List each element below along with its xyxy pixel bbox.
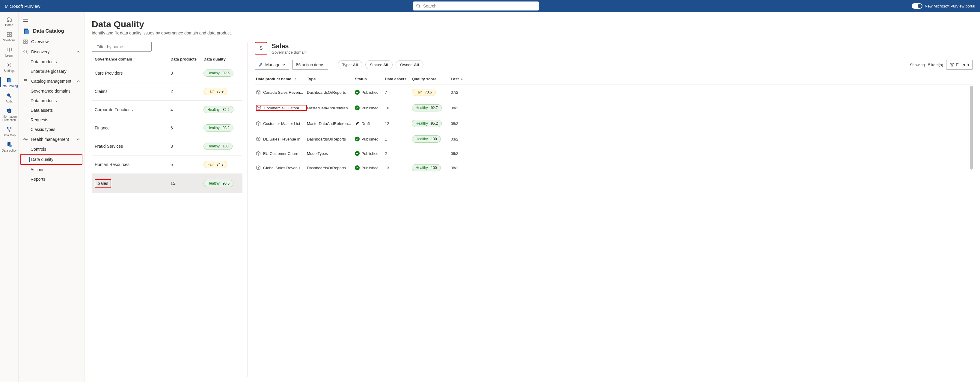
search-icon [416,3,421,8]
svg-point-0 [417,4,420,7]
brand: Microsoft Purview [5,3,40,9]
top-bar: Microsoft Purview New Microsoft Purview … [0,0,980,12]
global-search[interactable] [413,2,539,11]
svg-line-1 [419,7,420,8]
toggle-switch-icon[interactable] [912,3,923,9]
portal-toggle[interactable]: New Microsoft Purview portal [912,3,975,9]
portal-toggle-label: New Microsoft Purview portal [925,4,975,8]
global-search-input[interactable] [423,3,536,8]
